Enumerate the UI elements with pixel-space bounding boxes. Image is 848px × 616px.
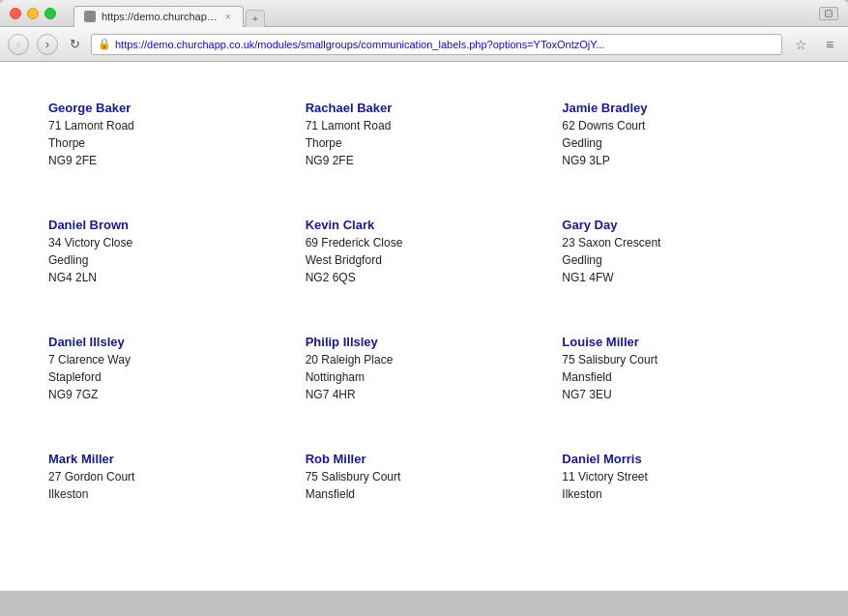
address-name: Rob Miller <box>306 452 543 466</box>
tab-close-button[interactable]: × <box>223 12 233 21</box>
address-name: Rachael Baker <box>306 101 543 115</box>
address-postcode: NG1 4FW <box>562 269 800 286</box>
address-entry: Jamie Bradley62 Downs CourtGedlingNG9 3L… <box>552 81 809 198</box>
address-line1: 20 Raleigh Place <box>306 351 543 368</box>
address-postcode: NG9 7GZ <box>48 386 286 403</box>
address-line2: West Bridgford <box>306 251 543 269</box>
forward-icon: › <box>45 38 49 51</box>
address-name: Jamie Bradley <box>562 101 800 115</box>
tab-title: https://demo.churchapp.co <box>102 11 218 22</box>
address-entry: George Baker71 Lamont RoadThorpeNG9 2FE <box>39 81 296 198</box>
address-name: Philip Illsley <box>306 335 543 349</box>
address-entry: Rachael Baker71 Lamont RoadThorpeNG9 2FE <box>296 81 553 198</box>
address-line2: Gedling <box>562 134 800 152</box>
address-postcode: NG9 2FE <box>48 152 286 169</box>
address-entry: Gary Day23 Saxon CrescentGedlingNG1 4FW <box>552 198 809 315</box>
address-line1: 69 Frederick Close <box>306 234 543 251</box>
restore-button[interactable] <box>819 7 838 20</box>
window-chrome: https://demo.churchapp.co × + ‹ › ↻ 🔒 ht… <box>0 0 848 62</box>
address-line2: Stapleford <box>48 368 286 386</box>
address-entry: Kevin Clark69 Frederick CloseWest Bridgf… <box>296 198 553 315</box>
back-icon: ‹ <box>16 38 20 51</box>
tab-favicon <box>84 11 96 22</box>
page-content: George Baker71 Lamont RoadThorpeNG9 2FER… <box>0 62 848 591</box>
star-icon: ☆ <box>795 37 807 52</box>
address-postcode: NG2 6QS <box>306 269 543 286</box>
address-line1: 75 Salisbury Court <box>306 468 543 485</box>
address-line2: Ilkeston <box>48 485 286 503</box>
address-line2: Mansfield <box>306 485 543 503</box>
address-postcode: NG9 3LP <box>562 152 800 169</box>
address-name: George Baker <box>48 101 286 115</box>
menu-icon: ≡ <box>826 37 833 52</box>
address-line2: Gedling <box>48 251 286 269</box>
address-postcode: NG7 3EU <box>562 386 800 403</box>
new-tab-button[interactable]: + <box>246 10 265 27</box>
address-entry: Daniel Morris11 Victory StreetIlkeston <box>552 432 809 532</box>
browser-tab[interactable]: https://demo.churchapp.co × <box>73 6 244 27</box>
close-button[interactable] <box>10 8 21 19</box>
address-line2: Gedling <box>562 251 800 269</box>
browser-toolbar: ‹ › ↻ 🔒 https://demo.churchapp.co.uk/mod… <box>0 27 848 62</box>
forward-button[interactable]: › <box>37 34 58 55</box>
address-line2: Mansfield <box>562 368 800 386</box>
title-bar: https://demo.churchapp.co × + <box>0 0 848 27</box>
address-entry: Rob Miller75 Salisbury CourtMansfield <box>296 432 553 532</box>
address-entry: Mark Miller27 Gordon CourtIlkeston <box>39 432 296 532</box>
menu-button[interactable]: ≡ <box>819 34 840 55</box>
address-grid: George Baker71 Lamont RoadThorpeNG9 2FER… <box>39 81 809 532</box>
address-name: Louise Miller <box>562 335 800 349</box>
reload-icon: ↻ <box>70 37 80 51</box>
address-entry: Daniel Illsley7 Clarence WayStaplefordNG… <box>39 315 296 432</box>
url-text: https://demo.churchapp.co.uk/modules/sma… <box>115 39 604 50</box>
back-button[interactable]: ‹ <box>8 34 29 55</box>
address-name: Kevin Clark <box>306 218 543 232</box>
address-line2: Ilkeston <box>562 485 800 503</box>
address-line1: 23 Saxon Crescent <box>562 234 800 251</box>
address-entry: Philip Illsley20 Raleigh PlaceNottingham… <box>296 315 553 432</box>
address-name: Daniel Morris <box>562 452 800 466</box>
traffic-lights <box>10 8 56 19</box>
address-name: Daniel Brown <box>48 218 286 232</box>
address-bar[interactable]: 🔒 https://demo.churchapp.co.uk/modules/s… <box>91 34 782 55</box>
address-entry: Daniel Brown34 Victory CloseGedlingNG4 2… <box>39 198 296 315</box>
address-line1: 11 Victory Street <box>562 468 800 485</box>
address-line2: Thorpe <box>306 134 543 152</box>
address-line1: 27 Gordon Court <box>48 468 286 485</box>
reload-button[interactable]: ↻ <box>66 36 83 53</box>
minimize-button[interactable] <box>27 8 39 19</box>
address-name: Mark Miller <box>48 452 286 466</box>
address-entry: Louise Miller75 Salisbury CourtMansfield… <box>552 315 809 432</box>
bookmark-button[interactable]: ☆ <box>790 34 811 55</box>
address-postcode: NG9 2FE <box>306 152 543 169</box>
maximize-button[interactable] <box>44 8 56 19</box>
address-line1: 71 Lamont Road <box>306 117 543 134</box>
address-postcode: NG4 2LN <box>48 269 286 286</box>
address-line2: Thorpe <box>48 134 286 152</box>
address-name: Gary Day <box>562 218 800 232</box>
address-line2: Nottingham <box>306 368 543 386</box>
address-postcode: NG7 4HR <box>306 386 543 403</box>
address-name: Daniel Illsley <box>48 335 286 349</box>
address-line1: 75 Salisbury Court <box>562 351 800 368</box>
lock-icon: 🔒 <box>98 38 111 50</box>
address-line1: 34 Victory Close <box>48 234 286 251</box>
address-line1: 62 Downs Court <box>562 117 800 134</box>
address-line1: 71 Lamont Road <box>48 117 286 134</box>
address-line1: 7 Clarence Way <box>48 351 286 368</box>
